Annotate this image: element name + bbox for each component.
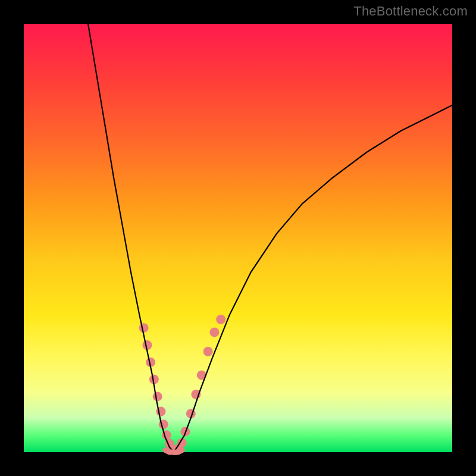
marker-dot <box>153 392 162 401</box>
marker-dot <box>209 327 219 337</box>
marker-dots <box>139 315 226 455</box>
marker-dot <box>203 347 213 356</box>
watermark-text: TheBottleneck.com <box>353 4 468 19</box>
chart-container: TheBottleneck.com <box>0 0 476 476</box>
curve-valley-floor <box>165 450 183 452</box>
curve-right-branch <box>174 105 452 452</box>
marker-dot <box>139 323 149 333</box>
marker-dot <box>216 315 226 324</box>
curve-left-branch <box>88 24 174 452</box>
chart-svg <box>24 24 452 452</box>
plot-area <box>24 24 452 452</box>
